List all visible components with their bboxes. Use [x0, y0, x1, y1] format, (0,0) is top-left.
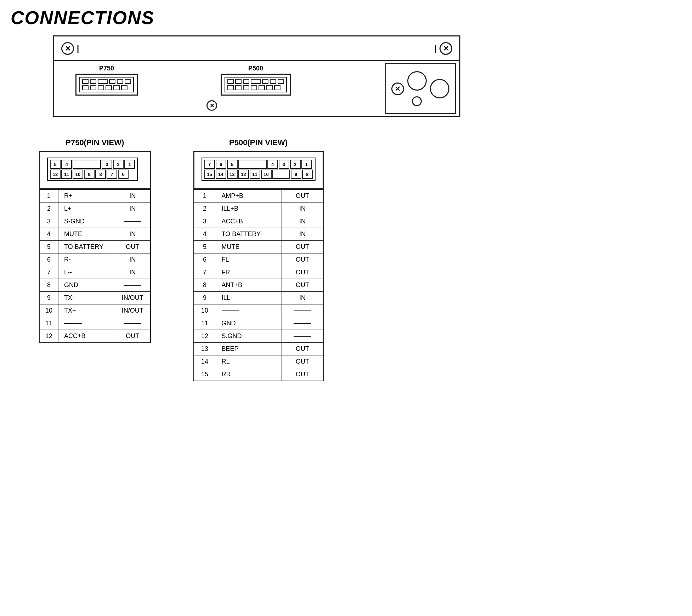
pin-11: 11	[61, 170, 72, 179]
table-row: 7L--IN	[39, 266, 151, 279]
pin-6: 6	[216, 160, 226, 169]
pin-number: 5	[194, 241, 216, 253]
pin-direction: IN	[115, 203, 151, 215]
pin-signal: MUTE	[58, 228, 115, 241]
pin-number: 12	[39, 330, 58, 343]
p500-row1	[227, 79, 284, 84]
right-large-circles2	[430, 79, 449, 98]
circle-big-1	[407, 71, 427, 91]
unit-body: P750	[54, 61, 459, 118]
table-row: 3ACC+BIN	[194, 215, 323, 228]
pin-1: 1	[301, 160, 312, 169]
pin-direction: IN	[115, 189, 151, 203]
pin-signal: ACC+B	[58, 330, 115, 343]
pin-direction: IN/OUT	[115, 292, 151, 304]
pin-direction: OUT	[282, 241, 323, 253]
pin-direction: OUT	[282, 343, 323, 355]
pin-number: 14	[194, 355, 216, 368]
pin-9: 9	[291, 170, 301, 179]
pin-gap2	[272, 170, 290, 179]
table-row: 8GND	[39, 279, 151, 292]
symbol-right: | ✕	[435, 42, 452, 55]
pin-direction	[115, 215, 151, 228]
pin-number: 5	[39, 241, 58, 253]
p500-diagram-label: P500	[221, 65, 291, 72]
right-circles: ✕	[391, 82, 404, 95]
symbol-right-bar: |	[435, 44, 437, 53]
p750-box	[75, 74, 138, 96]
pin-14: 14	[216, 170, 226, 179]
connector-p750-diagram: P750	[75, 65, 138, 96]
pin-direction: OUT	[282, 355, 323, 368]
slot	[121, 85, 127, 90]
slot	[259, 85, 265, 90]
pin-signal: MUTE	[216, 241, 282, 253]
table-row: 4TO BATTERYIN	[194, 228, 323, 241]
table-row: 5MUTEOUT	[194, 241, 323, 253]
p500-row2	[227, 85, 284, 90]
pin-number: 1	[194, 189, 216, 203]
pin-12: 12	[238, 170, 249, 179]
p750-diagram-label: P750	[75, 65, 138, 72]
table-row: 5TO BATTERYOUT	[39, 241, 151, 253]
pin-number: 11	[194, 317, 216, 330]
pin-direction: OUT	[282, 266, 323, 279]
p500-pin-diagram: 7 6 5 4 3 2 1 15 14 13 12 11 10	[193, 151, 324, 189]
symbol-left-bar: |	[77, 44, 79, 53]
pin-2: 2	[290, 160, 301, 169]
pin-number: 7	[39, 266, 58, 279]
pin-number: 7	[194, 266, 216, 279]
pin-signal: RR	[216, 368, 282, 381]
pin-7: 7	[107, 170, 117, 179]
pin-direction	[282, 330, 323, 343]
pin-number: 11	[39, 317, 58, 330]
table-row: 9ILL-IN	[194, 292, 323, 304]
pin-signal: RL	[216, 355, 282, 368]
cross-icon-right: ✕	[439, 42, 452, 55]
pin-direction: IN	[115, 266, 151, 279]
p500-pin-title: P500(PIN VIEW)	[193, 138, 324, 147]
table-row: 7FROUT	[194, 266, 323, 279]
p500-table: 1AMP+BOUT2ILL+BIN3ACC+BIN4TO BATTERYIN5M…	[193, 189, 324, 381]
pin-views-section: P750(PIN VIEW) 5 4 3 2 1 12 11 10 9 8 7	[39, 138, 681, 381]
slot	[266, 85, 273, 90]
center-screw: ✕	[206, 100, 217, 111]
slot	[270, 79, 276, 84]
pin-number: 9	[39, 292, 58, 304]
pin-number: 12	[194, 330, 216, 343]
p500-pin-row2: 15 14 13 12 11 10 9 8	[204, 170, 313, 179]
pin-signal	[58, 317, 115, 330]
pin-signal: TX-	[58, 292, 115, 304]
slot	[227, 79, 234, 84]
slot	[235, 85, 242, 90]
pin-number: 2	[194, 203, 216, 215]
right-cross-icon: ✕	[391, 82, 404, 95]
p750-pin-title: P750(PIN VIEW)	[39, 138, 151, 147]
screw-cross-icon: ✕	[206, 100, 217, 111]
pin-gap	[238, 160, 267, 169]
pin-signal: R-	[58, 253, 115, 266]
slot	[251, 79, 261, 84]
pin-signal: TO BATTERY	[216, 228, 282, 241]
slot	[109, 79, 115, 84]
pin-direction	[115, 279, 151, 292]
pin-signal: FR	[216, 266, 282, 279]
circle-small-1	[412, 96, 422, 106]
pin-13: 13	[227, 170, 238, 179]
table-row: 1AMP+BOUT	[194, 189, 323, 203]
slot	[274, 85, 280, 90]
pin-number: 9	[194, 292, 216, 304]
slot	[82, 85, 89, 90]
slot	[98, 79, 108, 84]
pin-signal: TO BATTERY	[58, 241, 115, 253]
table-row: 10	[194, 304, 323, 317]
slot	[243, 79, 249, 84]
pin-direction: OUT	[282, 253, 323, 266]
unit-diagram: ✕ | | ✕ P750	[53, 35, 460, 117]
pin-signal: ANT+B	[216, 279, 282, 292]
table-row: 10TX+IN/OUT	[39, 304, 151, 317]
unit-top-bar: ✕ | | ✕	[54, 36, 459, 61]
table-row: 11	[39, 317, 151, 330]
pin-number: 10	[39, 304, 58, 317]
slot	[235, 79, 242, 84]
